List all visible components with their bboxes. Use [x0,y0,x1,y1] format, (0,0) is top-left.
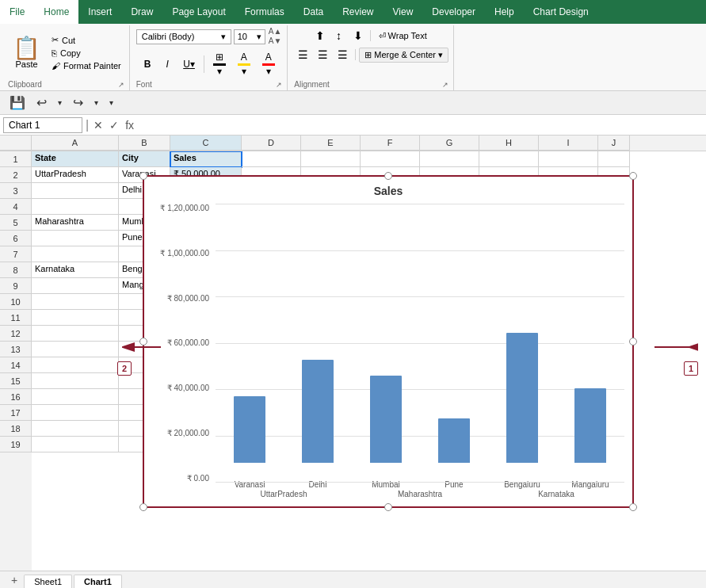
sheet-tab-sheet1[interactable]: Sheet1 [24,575,72,588]
cell-a13[interactable] [32,342,119,357]
row-header-18[interactable]: 18 [0,421,32,437]
clipboard-expand-icon[interactable]: ↗ [118,81,124,89]
bar-mangaluru[interactable] [574,388,606,463]
menu-review[interactable]: Review [333,0,383,24]
customize-button[interactable]: ▾ [106,97,116,109]
bar-pune[interactable] [438,418,470,463]
row-header-15[interactable]: 15 [0,373,32,389]
align-bottom-button[interactable]: ⬇ [349,27,367,44]
cell-a12[interactable] [32,326,119,342]
row-header-1[interactable]: 1 [0,151,32,167]
bar-mumbai[interactable] [370,376,402,463]
cell-g1[interactable] [420,151,479,167]
fill-color-button[interactable]: A ▾ [233,50,255,78]
redo-dropdown[interactable]: ▾ [91,97,101,109]
col-header-c[interactable]: C [170,136,242,151]
row-header-19[interactable]: 19 [0,437,32,452]
border-button[interactable]: ⊞ ▾ [208,50,231,78]
cell-a4[interactable] [32,199,119,215]
row-header-8[interactable]: 8 [0,262,32,278]
formula-input[interactable] [139,120,703,131]
row-header-13[interactable]: 13 [0,342,32,357]
row-header-4[interactable]: 4 [0,199,32,215]
cell-a5[interactable]: Maharashtra [32,215,119,231]
align-center-button[interactable]: ☰ [314,46,332,63]
add-sheet-button[interactable]: + [6,572,22,588]
chart-handle-top-left[interactable] [139,172,147,180]
decrease-font-button[interactable]: A▼ [268,36,283,46]
cell-a9[interactable] [32,278,119,294]
cut-button[interactable]: ✂ Cut [48,34,124,46]
col-header-e[interactable]: E [301,136,361,151]
align-right-button[interactable]: ☰ [334,46,352,63]
col-header-f[interactable]: F [361,136,420,151]
underline-button[interactable]: U▾ [178,57,200,71]
cell-a2[interactable]: UttarPradesh [32,167,119,183]
col-header-g[interactable]: G [420,136,479,151]
cell-a15[interactable] [32,373,119,389]
chart-container[interactable]: Sales ₹ 1,20,000.00 ₹ 1,00,000.00 ₹ 80,0… [143,175,634,508]
menu-data[interactable]: Data [294,0,333,24]
bar-bengaluru[interactable] [506,333,538,463]
cell-a8[interactable]: Karnataka [32,262,119,278]
cancel-formula-button[interactable]: ✕ [92,119,105,132]
chart-handle-bot-right[interactable] [629,503,637,511]
cell-f1[interactable] [361,151,420,167]
row-header-5[interactable]: 5 [0,215,32,231]
format-painter-button[interactable]: 🖌 Format Painter [48,60,124,71]
row-header-11[interactable]: 11 [0,310,32,326]
cell-a17[interactable] [32,405,119,421]
bold-button[interactable]: B [139,57,156,71]
font-color-button[interactable]: A ▾ [258,50,280,78]
chart-handle-mid-right[interactable] [629,338,637,346]
name-box[interactable]: Chart 1 [3,117,82,133]
wrap-text-button[interactable]: ⏎ Wrap Text [374,29,432,43]
menu-developer[interactable]: Developer [422,0,485,24]
menu-home[interactable]: Home [34,0,78,24]
align-left-button[interactable]: ☰ [294,46,312,63]
cell-a3[interactable] [32,183,119,199]
row-header-2[interactable]: 2 [0,167,32,183]
menu-file[interactable]: File [0,0,34,24]
font-size-selector[interactable]: 10 ▾ [234,29,265,44]
menu-draw[interactable]: Draw [121,0,162,24]
col-header-a[interactable]: A [32,136,119,151]
increase-font-button[interactable]: A▲ [268,27,283,36]
chart-handle-top-center[interactable] [384,172,392,180]
merge-center-button[interactable]: ⊞ Merge & Center ▾ [359,48,448,63]
menu-help[interactable]: Help [485,0,524,24]
cell-h1[interactable] [479,151,539,167]
col-header-d[interactable]: D [242,136,301,151]
save-button[interactable]: 💾 [6,94,29,112]
copy-button[interactable]: ⎘ Copy [48,48,124,59]
cell-d1[interactable] [242,151,301,167]
chart-handle-top-right[interactable] [629,172,637,180]
row-header-3[interactable]: 3 [0,183,32,199]
font-name-selector[interactable]: Calibri (Body) ▾ [136,29,231,44]
paste-button[interactable]: 📋 Paste [8,34,45,72]
row-header-17[interactable]: 17 [0,405,32,421]
col-header-i[interactable]: I [539,136,598,151]
row-header-10[interactable]: 10 [0,294,32,310]
cell-a1[interactable]: State [32,151,119,167]
confirm-formula-button[interactable]: ✓ [108,119,120,132]
chart-handle-bot-center[interactable] [384,503,392,511]
bar-delhi[interactable] [302,360,334,463]
sheet-tab-chart1[interactable]: Chart1 [74,575,122,588]
bar-varanasi[interactable] [234,396,265,463]
menu-page-layout[interactable]: Page Layout [162,0,235,24]
cell-a19[interactable] [32,437,119,452]
chart-handle-bot-left[interactable] [139,503,147,511]
col-header-j[interactable]: J [598,136,630,151]
cell-a7[interactable] [32,246,119,262]
menu-view[interactable]: View [384,0,423,24]
italic-button[interactable]: I [158,57,176,71]
row-header-7[interactable]: 7 [0,246,32,262]
cell-i1[interactable] [539,151,598,167]
col-header-h[interactable]: H [479,136,539,151]
row-header-6[interactable]: 6 [0,231,32,246]
row-header-16[interactable]: 16 [0,389,32,405]
cell-a18[interactable] [32,421,119,437]
font-expand-icon[interactable]: ↗ [276,81,282,89]
undo-button[interactable]: ↩ [33,94,50,112]
